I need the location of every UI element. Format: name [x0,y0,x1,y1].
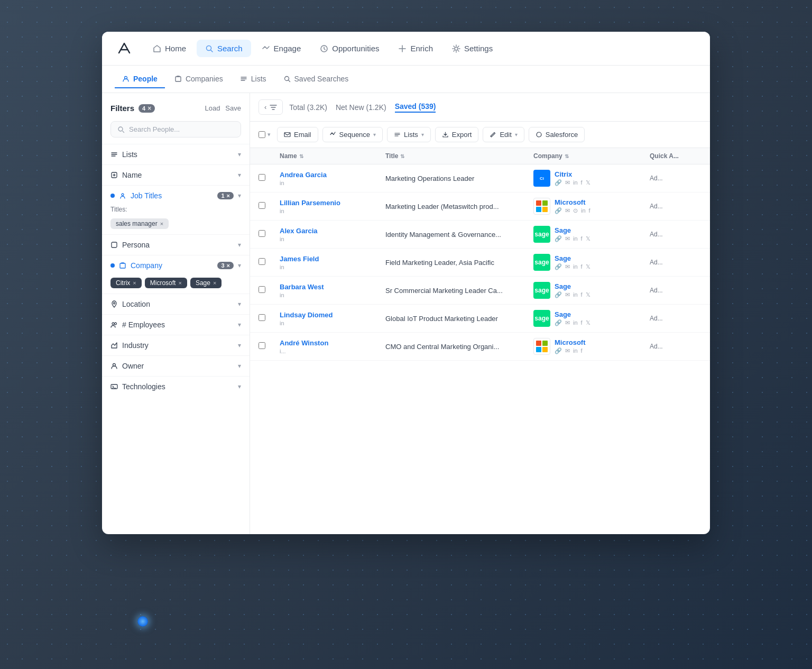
nav-opportunities[interactable]: Opportunities [311,40,387,57]
quick-cell-6[interactable]: Ad... [650,315,710,322]
row-checkbox-2[interactable] [259,201,280,211]
facebook-icon[interactable]: f [581,179,583,186]
company-name-5[interactable]: Sage [555,282,590,290]
person-name-2[interactable]: Lillian Parsemenio [280,199,385,207]
row-checkbox-1[interactable] [259,173,280,183]
linkedin-icon[interactable]: in [573,263,578,270]
twitter-icon[interactable]: 𝕏 [586,291,590,298]
sequence-btn[interactable]: Sequence ▾ [322,127,383,142]
tab-companies[interactable]: Companies [167,70,230,88]
save-filters-btn[interactable]: Save [225,104,241,112]
linkedin-icon[interactable]: in [581,207,586,214]
quick-cell-5[interactable]: Ad... [650,287,710,294]
linkedin-icon[interactable]: in [573,179,578,186]
web-icon[interactable]: ⊙ [573,207,578,214]
remove-tag-btn[interactable]: × [178,280,181,286]
clear-company-btn[interactable]: × [227,262,230,269]
company-name-6[interactable]: Sage [555,310,590,318]
remove-tag-btn[interactable]: × [160,221,163,227]
person-name-7[interactable]: André Winston [280,339,385,347]
row-checkbox-5[interactable] [259,286,280,295]
mail-icon[interactable]: ✉ [565,319,570,326]
company-name-7[interactable]: Microsoft [555,338,586,346]
facebook-icon[interactable]: f [581,319,583,326]
link-icon[interactable]: 🔗 [555,291,562,298]
row-checkbox-6[interactable] [259,314,280,323]
clear-job-titles-btn[interactable]: × [227,193,230,199]
filter-section-employees-header[interactable]: # Employees ▾ [102,315,250,335]
tag-sales-manager[interactable]: sales manager × [110,218,169,229]
company-name-1[interactable]: Citrix [555,170,590,178]
filter-section-technologies-header[interactable]: Technologies ▾ [102,377,250,397]
remove-tag-btn[interactable]: × [213,280,216,286]
quick-cell-2[interactable]: Ad... [650,203,710,210]
linkedin-icon[interactable]: in [573,347,578,354]
header-title[interactable]: Title ⇅ [385,152,533,160]
tag-microsoft[interactable]: Microsoft × [145,278,187,288]
company-name-2[interactable]: Microsoft [555,198,590,206]
header-name[interactable]: Name ⇅ [280,152,385,160]
link-icon[interactable]: 🔗 [555,179,562,186]
filter-section-job-titles-header[interactable]: Job Titles 1 × ▾ [102,186,250,206]
filter-toggle-btn[interactable]: ‹ [259,99,283,115]
person-name-5[interactable]: Barbara West [280,283,385,291]
facebook-icon[interactable]: f [581,235,583,242]
company-name-4[interactable]: Sage [555,254,590,262]
tab-saved-searches[interactable]: Saved Searches [276,70,356,88]
select-dropdown-icon[interactable]: ▾ [267,131,271,138]
filter-section-lists-header[interactable]: Lists ▾ [102,144,250,164]
quick-cell-4[interactable]: Ad... [650,259,710,266]
row-checkbox-7[interactable] [259,342,280,351]
header-company[interactable]: Company ⇅ [533,152,650,160]
facebook-icon[interactable]: f [581,291,583,298]
link-icon[interactable]: 🔗 [555,235,562,242]
tab-lists[interactable]: Lists [233,70,274,88]
link-icon[interactable]: 🔗 [555,263,562,270]
quick-cell-3[interactable]: Ad... [650,231,710,238]
twitter-icon[interactable]: 𝕏 [586,179,590,186]
linkedin-icon[interactable]: in [573,319,578,326]
clear-filters-btn[interactable]: × [147,105,151,112]
nav-search[interactable]: Search [197,40,251,57]
facebook-icon[interactable]: f [581,347,583,354]
mail-icon[interactable]: ✉ [565,263,570,270]
search-people-input[interactable] [129,125,234,133]
person-name-6[interactable]: Lindsay Diomed [280,311,385,319]
mail-icon[interactable]: ✉ [565,207,570,214]
link-icon[interactable]: 🔗 [555,319,562,326]
filter-section-name-header[interactable]: Name ▾ [102,165,250,185]
filter-section-persona-header[interactable]: Persona ▾ [102,235,250,255]
tab-people[interactable]: People [115,70,165,88]
filter-section-location-header[interactable]: Location ▾ [102,294,250,314]
person-name-1[interactable]: Andrea Garcia [280,171,385,179]
filter-section-owner-header[interactable]: Owner ▾ [102,356,250,376]
edit-btn[interactable]: Edit ▾ [483,127,524,142]
person-name-3[interactable]: Alex Garcia [280,227,385,235]
linkedin-icon[interactable]: in [573,291,578,298]
linkedin-icon[interactable]: in [573,235,578,242]
stat-total[interactable]: Total (3.2K) [289,103,327,112]
row-checkbox-4[interactable] [259,258,280,267]
load-filters-btn[interactable]: Load [205,104,220,112]
stat-saved[interactable]: Saved (539) [395,102,436,113]
salesforce-btn[interactable]: Salesforce [529,127,585,142]
facebook-icon[interactable]: f [589,207,590,214]
tag-citrix[interactable]: Citrix × [110,278,142,288]
mail-icon[interactable]: ✉ [565,179,570,186]
filter-section-company-header[interactable]: Company 3 × ▾ [102,255,250,276]
remove-tag-btn[interactable]: × [133,280,136,286]
quick-cell-1[interactable]: Ad... [650,175,710,182]
stat-net-new[interactable]: Net New (1.2K) [336,103,386,112]
company-name-3[interactable]: Sage [555,226,590,234]
link-icon[interactable]: 🔗 [555,207,562,214]
nav-home[interactable]: Home [144,40,195,57]
facebook-icon[interactable]: f [581,263,583,270]
export-btn[interactable]: Export [435,127,479,142]
person-name-4[interactable]: James Field [280,255,385,263]
mail-icon[interactable]: ✉ [565,235,570,242]
filter-section-industry-header[interactable]: Industry ▾ [102,335,250,355]
twitter-icon[interactable]: 𝕏 [586,235,590,242]
lists-btn[interactable]: Lists ▾ [387,127,431,142]
tag-sage[interactable]: Sage × [190,278,222,288]
row-checkbox-3[interactable] [259,230,280,239]
